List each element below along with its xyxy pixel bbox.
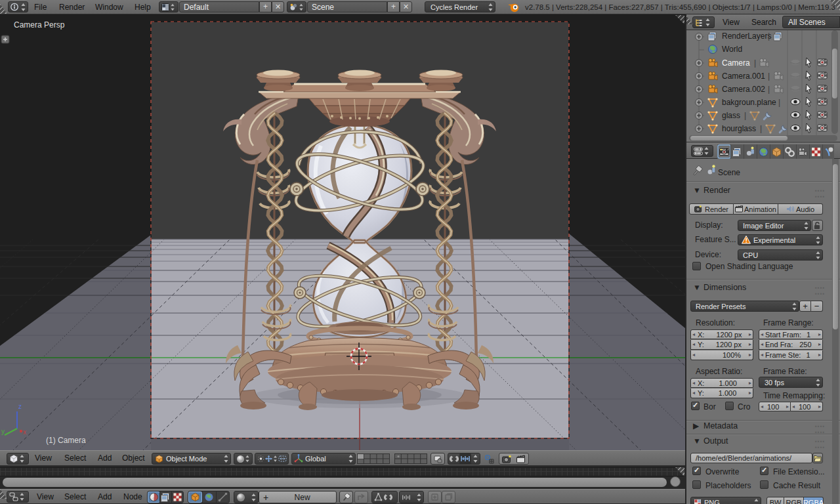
svg-text:y: y xyxy=(1,428,5,435)
svg-text:bakgroun.plane: bakgroun.plane xyxy=(722,98,776,107)
svg-text:|: | xyxy=(768,85,770,94)
svg-text:World: World xyxy=(722,45,742,54)
svg-text:glass: glass xyxy=(722,111,740,120)
svg-text:z: z xyxy=(18,403,22,410)
svg-text:Camera: Camera xyxy=(722,58,750,68)
svg-text:Camera.001: Camera.001 xyxy=(722,72,765,81)
svg-text:Camera.002: Camera.002 xyxy=(722,85,765,94)
svg-text:|: | xyxy=(778,98,780,107)
svg-text:|: | xyxy=(768,72,770,81)
svg-text:|: | xyxy=(754,58,756,68)
svg-text:hourglass: hourglass xyxy=(722,124,756,133)
svg-text:|: | xyxy=(760,124,762,133)
svg-text:|: | xyxy=(744,111,746,120)
svg-text:|: | xyxy=(768,32,770,41)
svg-text:Camera Persp: Camera Persp xyxy=(14,20,65,30)
svg-text:x: x xyxy=(23,429,26,436)
svg-text:(1) Camera: (1) Camera xyxy=(46,436,86,445)
svg-text:RenderLayers: RenderLayers xyxy=(722,32,771,41)
